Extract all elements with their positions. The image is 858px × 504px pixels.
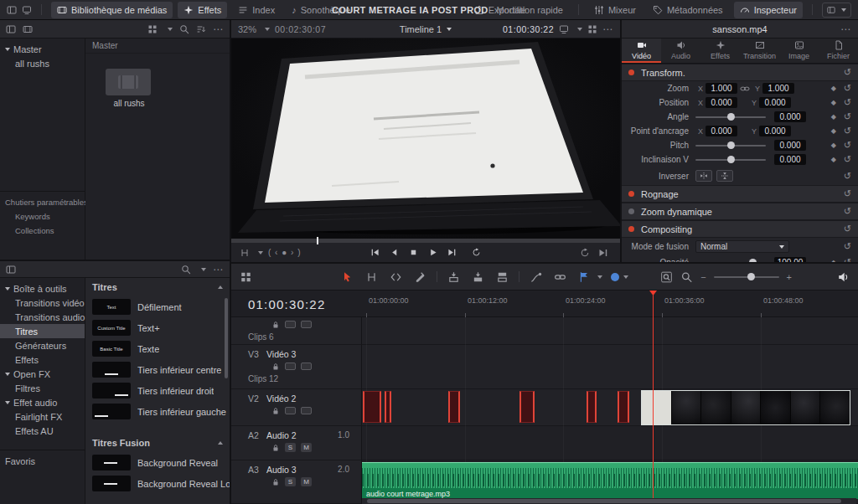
timeline-view-options-icon[interactable] xyxy=(240,271,252,283)
anchor-y-input[interactable]: 0.000 xyxy=(759,126,791,136)
options-icon[interactable]: ⋯ xyxy=(602,24,613,34)
tree-titles[interactable]: Titres xyxy=(0,324,85,338)
tree-filters[interactable]: Filtres xyxy=(0,381,85,395)
timeline-clip-title[interactable] xyxy=(587,391,597,423)
inspector-toggle[interactable]: Inspecteur xyxy=(734,2,803,18)
chevron-down-icon[interactable] xyxy=(577,28,582,31)
smart-bin-keywords[interactable]: Keywords xyxy=(0,209,85,224)
titles-section-header[interactable]: Titres xyxy=(85,278,230,296)
reset-icon[interactable]: ↺ xyxy=(844,188,851,199)
chevron-down-icon[interactable] xyxy=(597,275,602,279)
effect-item-lower-third-center[interactable]: Tiers inférieur centre xyxy=(85,359,230,380)
smart-bin-collections[interactable]: Collections xyxy=(0,224,85,238)
timeline-clip-title[interactable] xyxy=(385,391,391,423)
track-enable-toggle[interactable] xyxy=(301,363,312,370)
auto-select-toggle[interactable] xyxy=(285,321,296,328)
timeline-clip-title[interactable] xyxy=(448,391,460,423)
effect-item-background-reveal[interactable]: Background Reveal xyxy=(85,452,230,473)
flip-vertical-button[interactable] xyxy=(716,170,733,182)
yaw-slider[interactable] xyxy=(695,159,766,161)
jump-to-end-icon[interactable] xyxy=(598,248,608,258)
flip-horizontal-button[interactable] xyxy=(695,170,712,182)
lock-icon[interactable] xyxy=(271,478,280,486)
timeline-clip-title[interactable] xyxy=(618,391,629,423)
sound-library-toggle[interactable]: ♪ Sonothèque xyxy=(286,2,356,18)
dynamic-zoom-enable-toggle[interactable] xyxy=(628,208,634,214)
track-lane-v4[interactable] xyxy=(362,317,858,345)
tab-effects[interactable]: Effets xyxy=(700,39,740,63)
bin-tree-master[interactable]: Master xyxy=(0,42,85,56)
metadata-toggle[interactable]: Métadonnées xyxy=(647,2,729,18)
blend-mode-select[interactable]: Normal xyxy=(695,240,789,253)
grid-overlay-icon[interactable] xyxy=(587,24,597,34)
grid-view-icon[interactable] xyxy=(147,24,158,34)
transform-enable-toggle[interactable] xyxy=(628,69,634,75)
zoom-level[interactable]: 32% xyxy=(238,24,256,34)
angle-input[interactable]: 0.000 xyxy=(774,111,806,122)
anchor-x-input[interactable]: 0.000 xyxy=(706,126,737,136)
keyframe-icon[interactable]: ◆ xyxy=(831,156,836,163)
options-icon[interactable]: ⋯ xyxy=(840,24,851,34)
razor-tool[interactable] xyxy=(414,271,426,283)
tab-file[interactable]: Fichier xyxy=(819,39,858,63)
track-lane-v3[interactable] xyxy=(362,345,858,389)
slider-knob[interactable] xyxy=(727,156,735,163)
marker-button[interactable] xyxy=(611,273,619,281)
reset-icon[interactable]: ↺ xyxy=(844,126,851,136)
tree-audio-fx[interactable]: Effet audio xyxy=(0,395,85,409)
sidebar-toggle-icon[interactable] xyxy=(6,24,16,34)
slider-knob[interactable] xyxy=(727,141,735,149)
reset-icon[interactable]: ↺ xyxy=(844,111,851,122)
zoom-tool[interactable] xyxy=(680,271,693,283)
overwrite-clip-button[interactable] xyxy=(472,271,484,283)
tree-openfx[interactable]: Open FX xyxy=(0,367,85,381)
capture-icon[interactable] xyxy=(22,5,32,15)
compositing-enable-toggle[interactable] xyxy=(628,226,634,232)
transform-section-header[interactable]: Transform. ↺ xyxy=(622,64,858,81)
replace-clip-button[interactable] xyxy=(496,271,509,283)
bin-tree-all-rushs[interactable]: all rushs xyxy=(0,56,85,70)
effect-item-scroll[interactable]: Text Défilement xyxy=(85,296,230,317)
track-header-v4[interactable]: Clips 6 xyxy=(231,317,362,345)
tree-favorites[interactable]: Favoris xyxy=(0,454,85,468)
video-preview[interactable] xyxy=(231,39,620,239)
timeline-ruler[interactable]: 01:00:00:00 01:00:12:00 01:00:24:00 01:0… xyxy=(362,291,858,317)
track-header-a2[interactable]: A2 Audio 2 1.0 S M xyxy=(231,426,362,460)
dynamic-trim-tool[interactable] xyxy=(390,271,402,283)
view-chevron-icon[interactable] xyxy=(168,28,173,31)
last-frame-button[interactable] xyxy=(447,248,457,257)
trim-edit-tool[interactable] xyxy=(365,271,378,283)
track-header-v3[interactable]: V3 Vidéo 3 Clips 12 xyxy=(231,345,362,389)
reset-icon[interactable]: ↺ xyxy=(844,171,851,182)
smart-bins-header[interactable]: Chutiers paramétrables xyxy=(0,195,85,209)
chevron-down-icon[interactable] xyxy=(258,251,263,255)
reset-icon[interactable]: ↺ xyxy=(844,257,851,262)
tab-video[interactable]: Vidéo xyxy=(622,39,661,63)
effect-item-lower-third-left[interactable]: Tiers inférieur gauche xyxy=(85,401,230,422)
options-icon[interactable]: ⋯ xyxy=(213,265,224,275)
timeline-clip-title[interactable] xyxy=(363,391,381,423)
opacity-slider[interactable] xyxy=(695,262,766,263)
keyframe-icon[interactable]: ◆ xyxy=(831,99,836,106)
auto-select-toggle[interactable] xyxy=(285,407,296,414)
mute-button[interactable]: M xyxy=(301,477,312,486)
reset-icon[interactable]: ↺ xyxy=(844,154,851,165)
first-frame-button[interactable] xyxy=(370,248,380,257)
index-toggle[interactable]: Index xyxy=(232,2,281,18)
tree-audio-transitions[interactable]: Transitions audio xyxy=(0,310,85,324)
sidebar-toggle-icon[interactable] xyxy=(6,265,16,275)
chevron-down-icon[interactable] xyxy=(201,268,206,271)
track-header-a3[interactable]: A3 Audio 3 2.0 S M xyxy=(231,460,362,504)
sort-icon[interactable] xyxy=(196,24,206,34)
media-clip-all-rushs[interactable]: all rushs xyxy=(106,69,152,108)
dynamic-zoom-section-header[interactable]: Zoom dynamique ↺ xyxy=(622,203,858,220)
timeline-clip-title[interactable] xyxy=(519,391,535,423)
track-lane-a2[interactable] xyxy=(362,426,858,460)
pitch-slider[interactable] xyxy=(695,145,766,147)
workspace-switcher[interactable] xyxy=(822,3,851,18)
reset-icon[interactable]: ↺ xyxy=(844,83,851,94)
keyframe-icon[interactable]: ◆ xyxy=(831,127,836,135)
opacity-input[interactable]: 100.00 xyxy=(774,257,806,262)
trim-view-icon[interactable] xyxy=(240,248,250,258)
fusion-titles-section-header[interactable]: Titres Fusion xyxy=(85,434,230,452)
